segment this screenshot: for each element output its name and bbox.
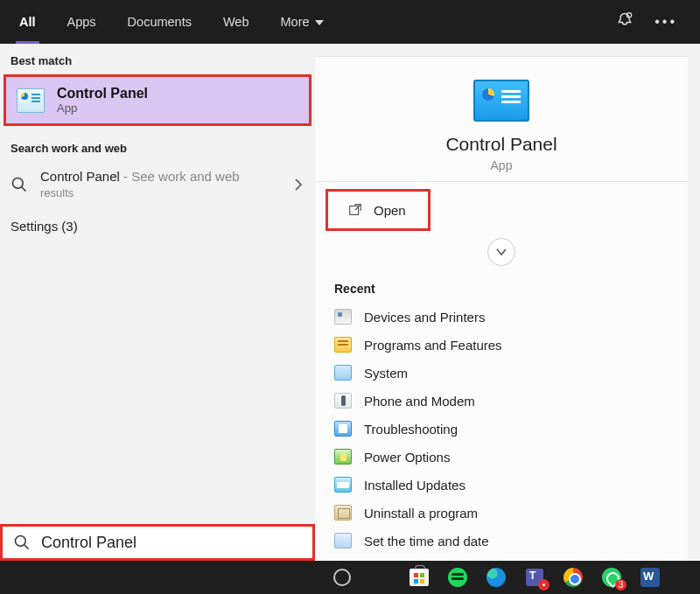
time-date-icon: [334, 533, 352, 549]
tab-documents[interactable]: Documents: [112, 0, 207, 44]
svg-line-5: [24, 545, 29, 549]
preview-title: Control Panel: [315, 134, 688, 155]
settings-label: Settings (3): [10, 219, 78, 234]
recent-item-power-options[interactable]: Power Options: [315, 443, 688, 471]
task-view-icon[interactable]: [369, 566, 392, 589]
tab-label: Apps: [67, 15, 96, 29]
notification-badge: •: [538, 579, 550, 591]
recent-item-label: Installed Updates: [364, 478, 466, 493]
preview-header: Control Panel App: [315, 57, 688, 182]
search-icon: [10, 176, 28, 193]
recent-item-label: Devices and Printers: [364, 310, 485, 325]
tab-all[interactable]: All: [4, 0, 52, 44]
whatsapp-icon[interactable]: 3: [600, 566, 623, 589]
best-match-subtitle: App: [57, 101, 148, 115]
recent-item-label: Set the time and date: [364, 534, 489, 549]
recent-item-installed-updates[interactable]: Installed Updates: [315, 471, 688, 499]
programs-features-icon: [334, 337, 352, 353]
web-result-title: Control Panel: [40, 169, 120, 184]
svg-rect-7: [384, 570, 389, 576]
recent-heading: Recent: [315, 275, 688, 303]
tab-more[interactable]: More: [265, 0, 340, 44]
tab-label: All: [19, 15, 36, 29]
teams-icon[interactable]: •: [523, 566, 546, 589]
svg-line-2: [22, 186, 26, 191]
chevron-down-icon: [315, 15, 324, 29]
recent-item-phone-and-modem[interactable]: Phone and Modem: [315, 387, 688, 415]
recent-item-label: Power Options: [364, 450, 450, 465]
cortana-icon[interactable]: [331, 566, 354, 589]
recent-item-devices-and-printers[interactable]: Devices and Printers: [315, 303, 688, 331]
web-result-hint-line2: results: [40, 186, 240, 199]
installed-updates-icon: [334, 477, 352, 493]
best-match-heading: Best match: [0, 44, 315, 74]
recent-item-uninstall-a-program[interactable]: Uninstall a program: [315, 499, 688, 527]
svg-rect-3: [350, 206, 359, 215]
best-match-title: Control Panel: [57, 86, 148, 101]
preview-subtitle: App: [315, 158, 688, 172]
more-options-icon[interactable]: •••: [654, 14, 677, 30]
best-match-result[interactable]: Control Panel App: [4, 74, 312, 126]
recent-item-label: Troubleshooting: [364, 422, 458, 437]
phone-modem-icon: [334, 393, 352, 409]
troubleshooting-icon: [334, 421, 352, 437]
results-left-column: Best match Control Panel App Search work…: [0, 44, 315, 561]
word-icon[interactable]: [639, 566, 662, 589]
uninstall-program-icon: [334, 505, 352, 521]
search-results-panel: Best match Control Panel App Search work…: [0, 44, 700, 561]
web-result-hint: - See work and web: [120, 169, 240, 184]
control-panel-icon: [17, 88, 45, 113]
notification-badge: 3: [615, 579, 626, 591]
recent-item-label: Programs and Features: [364, 338, 502, 353]
spotify-icon[interactable]: [446, 566, 469, 589]
chevron-down-icon: [495, 248, 508, 256]
feedback-icon[interactable]: [616, 11, 634, 32]
work-web-heading: Search work and web: [0, 131, 315, 162]
recent-item-label: Phone and Modem: [364, 394, 475, 409]
svg-point-4: [16, 536, 26, 547]
edge-icon[interactable]: [485, 566, 508, 589]
devices-printers-icon: [334, 309, 352, 325]
recent-item-label: System: [364, 366, 408, 381]
chrome-icon[interactable]: [562, 566, 584, 589]
svg-point-1: [13, 178, 24, 188]
open-label: Open: [374, 203, 406, 218]
control-panel-large-icon: [473, 80, 529, 122]
recent-item-label: Uninstall a program: [364, 506, 478, 521]
open-button[interactable]: Open: [326, 189, 430, 231]
search-filter-tabs: All Apps Documents Web More •••: [0, 0, 700, 44]
recent-item-set-time-and-date[interactable]: Set the time and date: [315, 527, 688, 555]
tab-label: More: [281, 15, 310, 29]
system-icon: [334, 365, 352, 381]
recent-item-troubleshooting[interactable]: Troubleshooting: [315, 415, 688, 443]
recent-item-programs-and-features[interactable]: Programs and Features: [315, 331, 688, 359]
tab-label: Web: [223, 15, 249, 29]
recent-item-system[interactable]: System: [315, 359, 688, 387]
start-search-bar[interactable]: [0, 524, 315, 561]
settings-results-row[interactable]: Settings (3): [0, 206, 315, 246]
microsoft-store-icon[interactable]: [408, 566, 430, 589]
tab-label: Documents: [128, 15, 192, 29]
search-icon: [13, 534, 31, 551]
svg-rect-8: [384, 578, 389, 584]
chevron-right-icon: [292, 176, 304, 193]
tab-apps[interactable]: Apps: [52, 0, 112, 44]
search-input[interactable]: [41, 534, 302, 552]
web-search-result[interactable]: Control Panel - See work and web results: [0, 162, 315, 206]
svg-rect-6: [372, 572, 382, 583]
tab-web[interactable]: Web: [207, 0, 265, 44]
open-icon: [347, 202, 363, 218]
taskbar: • 3: [0, 561, 700, 594]
expand-actions-button[interactable]: [487, 238, 515, 266]
power-options-icon: [334, 449, 352, 465]
result-preview-pane: Control Panel App Open Recent Devices an…: [315, 56, 688, 561]
